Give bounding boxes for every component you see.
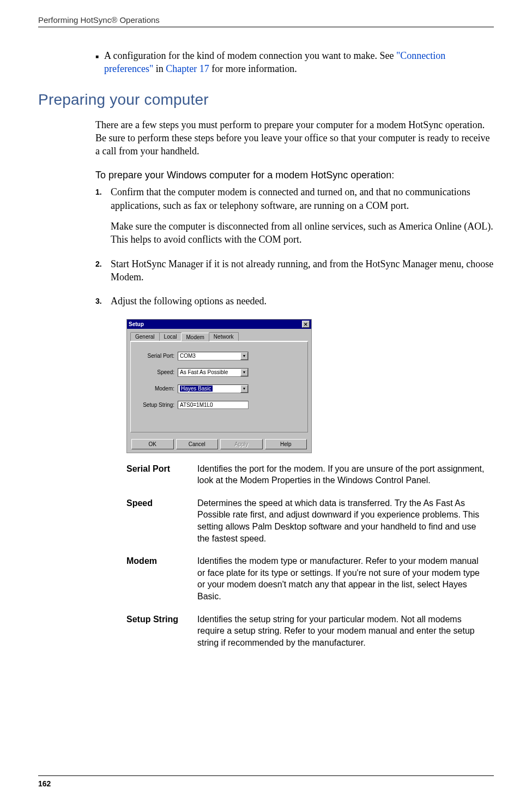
- modem-select[interactable]: Hayes Basic ▼: [178, 384, 249, 393]
- serial-port-row: Serial Port: COM3 ▼: [137, 352, 301, 360]
- def-speed: Speed Determines the speed at which data…: [126, 497, 494, 544]
- setup-dialog: Setup ✕ General Local Modem Network Seri…: [126, 319, 312, 453]
- bullet-post: for more information.: [209, 63, 297, 74]
- ok-button[interactable]: OK: [131, 439, 174, 449]
- serial-port-value: COM3: [180, 353, 196, 359]
- modem-label: Modem:: [137, 386, 174, 392]
- def-term: Modem: [126, 555, 197, 602]
- def-desc: Identifies the modem type or manufacture…: [197, 555, 494, 602]
- tab-network[interactable]: Network: [209, 332, 239, 341]
- cancel-button[interactable]: Cancel: [176, 439, 219, 449]
- def-term: Setup String: [126, 613, 197, 649]
- footer-rule: [38, 775, 494, 776]
- speed-value: As Fast As Possible: [180, 369, 228, 375]
- modem-row: Modem: Hayes Basic ▼: [137, 384, 301, 393]
- step-1-note: Make sure the computer is disconnected f…: [111, 220, 494, 246]
- dialog-body: General Local Modem Network Serial Port:…: [127, 329, 311, 436]
- step-number: 2.: [95, 257, 111, 284]
- step-1: 1. Confirm that the computer modem is co…: [95, 185, 494, 212]
- bullet-text: A configuration for the kind of modem co…: [104, 49, 494, 76]
- def-desc: Determines the speed at which data is tr…: [197, 497, 494, 544]
- step-text: Start HotSync Manager if it is not alrea…: [111, 257, 494, 284]
- def-term: Serial Port: [126, 463, 197, 486]
- help-button[interactable]: Help: [265, 439, 307, 449]
- apply-button[interactable]: Apply: [220, 439, 263, 449]
- tab-local[interactable]: Local: [159, 332, 182, 341]
- bullet-mid: in: [153, 63, 166, 74]
- section-intro: There are a few steps you must perform t…: [95, 118, 494, 158]
- bullet-item: ■ A configuration for the kind of modem …: [95, 49, 494, 76]
- modem-value: Hayes Basic: [180, 386, 213, 392]
- tab-panel: Serial Port: COM3 ▼ Speed: As Fast As Po…: [130, 341, 308, 432]
- def-modem: Modem Identifies the modem type or manuf…: [126, 555, 494, 602]
- chevron-down-icon[interactable]: ▼: [240, 369, 248, 376]
- header-rule: [38, 27, 494, 27]
- running-header: Performing HotSync® Operations: [38, 15, 494, 25]
- def-desc: Identifies the setup string for your par…: [197, 613, 494, 649]
- def-setup-string: Setup String Identifies the setup string…: [126, 613, 494, 649]
- step-2: 2. Start HotSync Manager if it is not al…: [95, 257, 494, 284]
- speed-label: Speed:: [137, 369, 174, 375]
- close-icon[interactable]: ✕: [302, 321, 310, 328]
- step-text: Confirm that the computer modem is conne…: [111, 185, 494, 212]
- dialog-title: Setup: [129, 321, 144, 327]
- dialog-button-row: OK Cancel Apply Help: [127, 436, 311, 453]
- step-text: Adjust the following options as needed.: [111, 294, 494, 308]
- def-serial-port: Serial Port Identifies the port for the …: [126, 463, 494, 486]
- section-heading: Preparing your computer: [38, 91, 494, 109]
- serial-port-label: Serial Port:: [137, 353, 174, 359]
- bullet-square-icon: ■: [95, 53, 99, 76]
- tab-modem[interactable]: Modem: [181, 333, 209, 341]
- link-chapter-17[interactable]: Chapter 17: [166, 63, 209, 74]
- def-term: Speed: [126, 497, 197, 544]
- page-number: 162: [38, 779, 51, 788]
- chevron-down-icon[interactable]: ▼: [240, 352, 248, 360]
- speed-row: Speed: As Fast As Possible ▼: [137, 368, 301, 377]
- tab-general[interactable]: General: [130, 332, 160, 341]
- step-number: 3.: [95, 294, 111, 308]
- def-desc: Identifies the port for the modem. If yo…: [197, 463, 494, 486]
- serial-port-select[interactable]: COM3 ▼: [178, 352, 249, 360]
- chevron-down-icon[interactable]: ▼: [240, 385, 248, 393]
- dialog-titlebar: Setup ✕: [127, 320, 311, 329]
- speed-select[interactable]: As Fast As Possible ▼: [178, 368, 249, 377]
- setup-string-label: Setup String:: [137, 402, 174, 408]
- bullet-pre: A configuration for the kind of modem co…: [104, 50, 396, 61]
- step-number: 1.: [95, 185, 111, 212]
- tab-row: General Local Modem Network: [130, 332, 308, 341]
- subheading: To prepare your Windows computer for a m…: [95, 170, 494, 181]
- setup-string-row: Setup String: ATS0=1M1L0: [137, 401, 301, 409]
- setup-string-input[interactable]: ATS0=1M1L0: [178, 401, 249, 409]
- step-3: 3. Adjust the following options as neede…: [95, 294, 494, 308]
